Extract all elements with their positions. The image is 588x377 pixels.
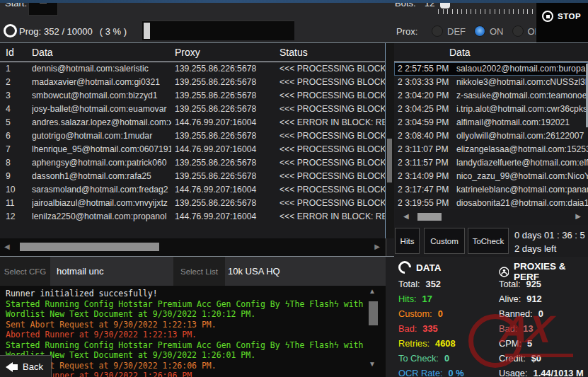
stat-label: Credit: bbox=[499, 353, 526, 364]
hit-row[interactable]: 2 3:11:07 PMelizangelasaa@hotmail.com:15… bbox=[394, 143, 588, 156]
hit-row[interactable]: 2 3:04:25 PMi.trip.alot@hotmail.com:cwr3… bbox=[394, 103, 588, 116]
table-row[interactable]: 2madaxavier@hotmail.com:gi0321139.255.86… bbox=[0, 76, 385, 89]
cell-data: dennis@hotmail.com:saleristic bbox=[32, 64, 171, 74]
log-scrollbar-thumb[interactable] bbox=[369, 301, 378, 325]
stat-item: Alive:912 bbox=[499, 291, 584, 306]
hit-row[interactable]: 2 3:03:33 PMnikkole3@hotmail.com:cNUSSzl… bbox=[394, 76, 588, 89]
cell-data: ollyolwill@hotmail.com:26122007 bbox=[456, 131, 588, 141]
table-row[interactable]: 10sarasmoland@hotmail.com:fredag2144.76.… bbox=[0, 183, 385, 197]
hit-row[interactable]: 2 3:04:59 PMalfimail@hotmail.com:192021 bbox=[394, 116, 588, 129]
cell-data: smbowcut@hotmail.com:bizzyd1 bbox=[32, 91, 171, 100]
prox-radio-on[interactable] bbox=[474, 25, 485, 37]
cell-status: <<< PROCESSING BLOCK: RE bbox=[279, 104, 385, 114]
prox-radio-def[interactable] bbox=[432, 25, 443, 37]
cell-status: <<< PROCESSING BLOCK: RE bbox=[279, 158, 385, 168]
results-horizontal-scrollbar[interactable]: ◀ ▶ bbox=[0, 238, 386, 256]
cell-data: gutotrigo@hotmail.com:1mudar bbox=[32, 131, 171, 141]
table-row[interactable]: 6gutotrigo@hotmail.com:1mudar139.255.86.… bbox=[0, 129, 385, 143]
tab-tocheck[interactable]: ToCheck bbox=[468, 228, 509, 254]
stat-value: 352 bbox=[426, 279, 441, 289]
cell-data: sarasmoland@hotmail.com:fredag2 bbox=[32, 185, 171, 195]
log-line: Sent Abort Request at 9/30/2022 1:26:06 … bbox=[6, 361, 364, 371]
column-header-data[interactable]: Data bbox=[32, 47, 53, 58]
stat-value: $0 bbox=[531, 353, 541, 364]
prog-label: Prog: bbox=[19, 26, 41, 37]
results-table-header: Id Data Proxy Status bbox=[0, 43, 385, 62]
stat-label: Total: bbox=[398, 279, 420, 289]
cell-status: <<< PROCESSING BLOCK: RE bbox=[279, 171, 385, 181]
progress-text: Prog:352 / 10000( 3 % ) bbox=[19, 26, 127, 37]
scroll-left-icon[interactable]: ◀ bbox=[4, 243, 10, 250]
table-row[interactable]: 12lenilza2250@hotmail.com:propanol144.76… bbox=[0, 210, 385, 224]
column-header-id[interactable]: Id bbox=[6, 47, 14, 58]
scroll-right-icon[interactable]: ▶ bbox=[575, 212, 581, 220]
stat-item: CPM:5 bbox=[499, 336, 584, 351]
hit-row[interactable]: 2 3:08:40 PMollyolwill@hotmail.com:26122… bbox=[394, 129, 588, 143]
hit-row[interactable]: 2 3:17:47 PMkatrineleblanc@hotmail.com:p… bbox=[394, 183, 588, 197]
table-row[interactable]: 9dassonh1@hotmail.com:rafa25139.255.86.2… bbox=[0, 170, 385, 183]
cell-data: z-sasuke@hotmail.com:teamonoem bbox=[456, 91, 588, 100]
select-cfg-button[interactable]: Select CFG bbox=[0, 257, 50, 286]
cell-proxy: 139.255.86.226:5678 bbox=[175, 171, 277, 181]
select-list-button[interactable]: Select List bbox=[173, 257, 225, 286]
scroll-down-icon[interactable]: ▼ bbox=[369, 360, 376, 368]
hit-row[interactable]: 2 2:57:55 PMsalaou2002@hotmail.com:burop… bbox=[394, 62, 588, 76]
stat-label: Alive: bbox=[499, 294, 521, 304]
stat-item: Retries:4608 bbox=[398, 336, 464, 351]
table-row[interactable]: 1dennis@hotmail.com:saleristic139.255.86… bbox=[0, 62, 385, 76]
cell-proxy: 139.255.86.226:5678 bbox=[175, 91, 277, 100]
timer-elapsed: 0 days 01 : 36 : 5 bbox=[514, 230, 585, 240]
cell-data: katrineleblanc@hotmail.com:panam bbox=[456, 185, 588, 195]
tab-custom[interactable]: Custom bbox=[424, 228, 465, 254]
cell-id: 6 bbox=[6, 131, 28, 141]
tick-mark bbox=[518, 9, 519, 14]
hit-row[interactable]: 2 3:04:20 PMz-sasuke@hotmail.com:teamono… bbox=[394, 89, 588, 103]
scrollbar-thumb[interactable] bbox=[417, 213, 442, 221]
stat-value: 0 bbox=[444, 353, 449, 364]
top-bar: Start: Prog:352 / 10000( 3 % ) Bots: 12 … bbox=[0, 0, 588, 43]
table-row[interactable]: 5andres.salazar.lopez@hotmail.com:x144.7… bbox=[0, 116, 385, 129]
cell-status: <<< ERROR IN BLOCK: REQU bbox=[279, 211, 385, 221]
stat-value: 0 % bbox=[449, 368, 464, 377]
prox-radio-off[interactable] bbox=[512, 25, 524, 37]
tick-mark bbox=[523, 9, 524, 14]
cell-time: 2 2:57:55 PM bbox=[398, 64, 454, 74]
results-table: Id Data Proxy Status 1dennis@hotmail.com… bbox=[0, 43, 385, 238]
stat-item: Custom:0 bbox=[398, 306, 464, 321]
cell-id: 9 bbox=[6, 171, 28, 181]
log-line: Aborted Runner at 9/30/2022 1:26:06 PM. bbox=[6, 371, 364, 377]
hit-row[interactable]: 2 3:11:57 PMlandydiazelfuerte@hotmail.co… bbox=[394, 156, 588, 170]
table-row[interactable]: 4josy-ballet@hotmail.com:euamovar139.255… bbox=[0, 103, 385, 116]
config-bar: Select CFG hotmail unc Select List 10k U… bbox=[0, 257, 394, 286]
cell-id: 2 bbox=[6, 77, 28, 87]
progress-bar-fill bbox=[144, 23, 150, 39]
table-row[interactable]: 8aphengsy@hotmail.com:patrick060139.255.… bbox=[0, 156, 385, 170]
scroll-up-icon[interactable]: ▲ bbox=[369, 287, 376, 295]
cell-data: salaou2002@hotmail.com:buropa bbox=[456, 64, 588, 74]
scroll-left-icon[interactable]: ◀ bbox=[403, 212, 409, 220]
cell-time: 2 3:17:47 PM bbox=[398, 185, 454, 195]
hits-horizontal-scrollbar[interactable]: ◀ ▶ bbox=[395, 209, 588, 225]
cell-proxy: 139.255.86.226:5678 bbox=[175, 77, 277, 87]
cell-proxy: 144.76.99.207:16004 bbox=[175, 117, 277, 127]
column-header-status[interactable]: Status bbox=[279, 47, 308, 58]
column-header-proxy[interactable]: Proxy bbox=[175, 47, 200, 58]
stat-item: Credit:$0 bbox=[499, 351, 584, 366]
scrollbar-thumb[interactable] bbox=[387, 139, 392, 182]
hit-row[interactable]: 2 3:19:55 PMdiosabonita21@hotmail.com:da… bbox=[394, 197, 588, 210]
back-button-label: Back bbox=[23, 361, 43, 372]
stat-value: 0 bbox=[438, 308, 443, 319]
table-row[interactable]: 7lhenrique_95@hotmail.com:0607191144.76.… bbox=[0, 143, 385, 156]
stop-button[interactable]: STOP bbox=[542, 11, 581, 22]
stat-value: 4608 bbox=[435, 338, 455, 349]
scrollbar-thumb[interactable] bbox=[20, 243, 159, 251]
tab-hits[interactable]: Hits bbox=[395, 228, 420, 254]
log-line: Wordlist New Text Document at 9/30/2022 … bbox=[6, 350, 364, 361]
hit-row[interactable]: 2 3:14:09 PMnico_zazu_99@hotmail.com:Nic… bbox=[394, 170, 588, 183]
back-button[interactable]: Back bbox=[0, 355, 52, 377]
column-header-hit-data[interactable]: Data bbox=[449, 47, 471, 58]
data-panel-header: DATA bbox=[398, 261, 442, 274]
scroll-right-icon[interactable]: ▶ bbox=[374, 243, 380, 250]
table-row[interactable]: 3smbowcut@hotmail.com:bizzyd1139.255.86.… bbox=[0, 89, 385, 103]
table-row[interactable]: 11jairoalbiazul@hotmail.com:vnvyijxtz139… bbox=[0, 197, 385, 210]
